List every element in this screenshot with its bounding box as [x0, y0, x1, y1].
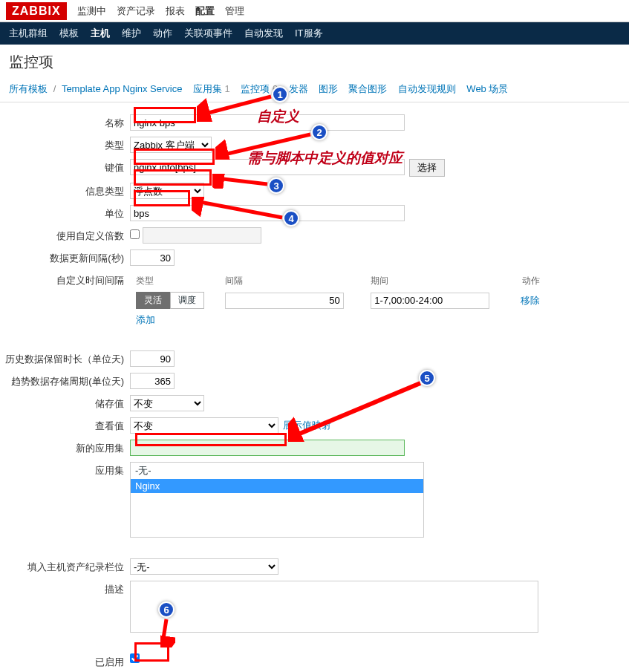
topnav-configuration[interactable]: 配置 [195, 4, 215, 18]
label-trend: 趋势数据存储周期(单位天) [0, 373, 130, 388]
infotype-select[interactable]: 浮点数 [130, 183, 204, 199]
bc-aggraphs[interactable]: 聚合图形 [348, 83, 387, 94]
show-valuemap-link[interactable]: 展示值映射 [283, 419, 331, 432]
label-key: 键值 [0, 159, 130, 174]
subnav-actions[interactable]: 动作 [153, 27, 172, 40]
history-input[interactable] [130, 350, 175, 367]
label-newapp: 新的应用集 [0, 440, 130, 455]
enabled-checkbox[interactable] [130, 653, 140, 663]
app-listbox[interactable]: -无- Nginx [130, 462, 424, 538]
subnav-events[interactable]: 关联项事件 [184, 27, 232, 40]
topnav-inventory[interactable]: 资产记录 [117, 4, 155, 18]
multiplier-checkbox[interactable] [130, 229, 140, 239]
label-type: 类型 [0, 137, 130, 152]
subnav-templates[interactable]: 模板 [59, 27, 79, 40]
bc-discovery[interactable]: 自动发现规则 [398, 83, 456, 94]
remove-link[interactable]: 移除 [521, 295, 540, 306]
label-custint: 自定义时间间隔 [0, 272, 130, 287]
label-name: 名称 [0, 114, 130, 130]
add-interval-link[interactable]: 添加 [136, 314, 155, 325]
bc-graphs[interactable]: 图形 [319, 83, 338, 94]
show-select[interactable]: 不变 [130, 417, 278, 434]
label-app: 应用集 [0, 462, 130, 477]
subnav-discovery[interactable]: 自动发现 [244, 27, 283, 40]
newapp-input[interactable] [130, 440, 405, 456]
th-action: 动作 [512, 273, 544, 289]
desc-textarea[interactable] [130, 581, 538, 633]
interval-input[interactable] [130, 249, 175, 266]
bc-triggers[interactable]: 发器 [289, 83, 308, 94]
store-select[interactable]: 不变 [130, 395, 204, 411]
trend-input[interactable] [130, 373, 175, 389]
subnav-hostgroups[interactable]: 主机群组 [9, 27, 48, 40]
multiplier-value [143, 227, 261, 244]
custint-value[interactable] [225, 293, 344, 309]
subnav-itservices[interactable]: IT服务 [295, 27, 323, 40]
bc-items[interactable]: 监控项 [241, 83, 270, 94]
label-inventory: 填入主机资产纪录栏位 [0, 558, 130, 574]
label-unit: 单位 [0, 205, 130, 221]
app-option-nginx[interactable]: Nginx [131, 479, 423, 493]
label-store: 储存值 [0, 395, 130, 411]
type-select[interactable]: Zabbix 客户端 [130, 137, 212, 153]
bc-web[interactable]: Web 场景 [466, 83, 508, 94]
topnav-monitoring[interactable]: 监测中 [77, 4, 106, 18]
app-option-none[interactable]: -无- [131, 463, 423, 479]
label-show: 查看值 [0, 417, 130, 433]
key-select-button[interactable]: 选择 [409, 159, 445, 177]
th-interval: 间隔 [221, 273, 365, 289]
bc-all-templates[interactable]: 所有模板 [9, 83, 48, 94]
label-infotype: 信息类型 [0, 183, 130, 198]
custint-period[interactable] [371, 293, 489, 309]
th-period: 期间 [366, 273, 511, 289]
label-enabled: 已启用 [0, 653, 130, 669]
topnav-administration[interactable]: 管理 [225, 4, 244, 18]
label-desc: 描述 [0, 581, 130, 596]
seg-scheduling[interactable]: 调度 [170, 292, 204, 309]
page-title: 监控项 [9, 52, 620, 72]
label-interval: 数据更新间隔(秒) [0, 249, 130, 265]
zabbix-logo: ZABBIX [6, 2, 67, 20]
bc-appsets[interactable]: 应用集 [193, 83, 222, 94]
seg-flexible[interactable]: 灵活 [136, 292, 170, 309]
label-multiplier: 使用自定义倍数 [0, 227, 130, 243]
label-history: 历史数据保留时长（单位天) [0, 350, 130, 366]
interval-type-segment[interactable]: 灵活 调度 [136, 292, 204, 309]
name-input[interactable] [130, 114, 405, 131]
inventory-select[interactable]: -无- [130, 558, 278, 575]
th-type: 类型 [131, 273, 219, 289]
key-input[interactable] [130, 159, 405, 175]
breadcrumb: 所有模板 / Template App Nginx Service 应用集 1 … [0, 79, 629, 102]
subnav-maintenance[interactable]: 维护 [122, 27, 141, 40]
subnav-hosts[interactable]: 主机 [91, 27, 110, 40]
topnav-reports[interactable]: 报表 [166, 4, 185, 18]
unit-input[interactable] [130, 205, 405, 221]
bc-template[interactable]: Template App Nginx Service [62, 83, 183, 94]
